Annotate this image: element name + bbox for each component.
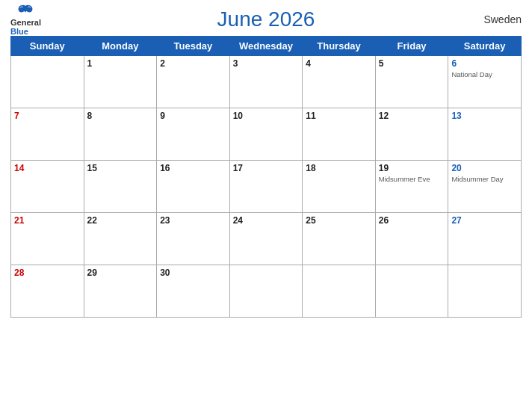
day-number: 20 [451, 163, 518, 173]
calendar-cell: 23 [157, 213, 230, 265]
holiday-label: Midsummer Day [451, 175, 518, 183]
logo-general-text: General [10, 18, 41, 27]
day-number: 19 [379, 163, 445, 173]
day-number: 8 [87, 111, 154, 121]
day-number: 18 [306, 163, 372, 173]
day-number: 25 [306, 215, 372, 226]
calendar-cell: 9 [157, 108, 230, 161]
calendar-cell: 10 [229, 108, 303, 161]
holiday-label: Midsummer Eve [379, 175, 445, 183]
calendar-cell: 16 [157, 161, 230, 213]
calendar-cell: 19Midsummer Eve [375, 161, 448, 213]
day-number: 27 [451, 215, 518, 226]
header-wednesday: Wednesday [229, 37, 303, 56]
logo-bird-icon [15, 3, 36, 18]
calendar-week-row: 78910111213 [11, 108, 522, 161]
calendar-container: General Blue June 2026 Sweden Sunday Mon… [0, 0, 532, 411]
day-number: 3 [233, 58, 300, 69]
day-number: 15 [87, 163, 154, 173]
day-number: 2 [160, 58, 226, 69]
calendar-cell: 11 [303, 108, 376, 161]
calendar-cell: 6National Day [448, 56, 522, 108]
header-monday: Monday [84, 37, 157, 56]
calendar-cell: 29 [84, 265, 157, 318]
calendar-cell: 28 [11, 265, 84, 318]
calendar-cell: 25 [303, 213, 376, 265]
day-number: 30 [160, 268, 226, 278]
day-number: 21 [14, 215, 81, 226]
calendar-cell: 27 [448, 213, 522, 265]
country-label: Sweden [483, 13, 522, 25]
calendar-table: Sunday Monday Tuesday Wednesday Thursday… [10, 36, 522, 318]
calendar-cell: 4 [303, 56, 376, 108]
day-number: 26 [379, 215, 445, 226]
calendar-week-row: 282930 [11, 265, 522, 318]
calendar-cell [448, 265, 522, 318]
day-number: 17 [233, 163, 300, 173]
calendar-cell [375, 265, 448, 318]
calendar-cell: 18 [303, 161, 376, 213]
calendar-cell: 12 [375, 108, 448, 161]
calendar-cell: 14 [11, 161, 84, 213]
day-number: 1 [87, 58, 154, 69]
calendar-cell: 3 [229, 56, 303, 108]
day-number: 23 [160, 215, 226, 226]
calendar-cell: 7 [11, 108, 84, 161]
calendar-cell: 26 [375, 213, 448, 265]
calendar-header: General Blue June 2026 Sweden [10, 7, 522, 31]
calendar-week-row: 21222324252627 [11, 213, 522, 265]
calendar-cell: 21 [11, 213, 84, 265]
day-number: 9 [160, 111, 226, 121]
calendar-cell: 1 [84, 56, 157, 108]
weekday-header-row: Sunday Monday Tuesday Wednesday Thursday… [11, 37, 522, 56]
day-number: 16 [160, 163, 226, 173]
calendar-cell [303, 265, 376, 318]
header-sunday: Sunday [11, 37, 84, 56]
header-friday: Friday [375, 37, 448, 56]
day-number: 24 [233, 215, 300, 226]
day-number: 22 [87, 215, 154, 226]
logo-blue-text: Blue [10, 27, 28, 36]
header-thursday: Thursday [303, 37, 376, 56]
calendar-cell: 22 [84, 213, 157, 265]
header-tuesday: Tuesday [157, 37, 230, 56]
holiday-label: National Day [451, 70, 518, 78]
calendar-week-row: 141516171819Midsummer Eve20Midsummer Day [11, 161, 522, 213]
calendar-cell: 15 [84, 161, 157, 213]
calendar-cell: 13 [448, 108, 522, 161]
day-number: 29 [87, 268, 154, 278]
calendar-cell: 30 [157, 265, 230, 318]
day-number: 28 [14, 268, 81, 278]
day-number: 13 [451, 111, 518, 121]
header-saturday: Saturday [448, 37, 522, 56]
day-number: 4 [306, 58, 372, 69]
calendar-cell: 24 [229, 213, 303, 265]
calendar-cell: 2 [157, 56, 230, 108]
calendar-week-row: 123456National Day [11, 56, 522, 108]
day-number: 7 [14, 111, 81, 121]
calendar-cell [229, 265, 303, 318]
calendar-cell: 5 [375, 56, 448, 108]
day-number: 14 [14, 163, 81, 173]
day-number: 12 [379, 111, 445, 121]
day-number: 5 [379, 58, 445, 69]
calendar-cell: 17 [229, 161, 303, 213]
calendar-cell: 8 [84, 108, 157, 161]
calendar-cell [11, 56, 84, 108]
day-number: 11 [306, 111, 372, 121]
calendar-title: June 2026 [217, 7, 315, 31]
calendar-cell: 20Midsummer Day [448, 161, 522, 213]
day-number: 10 [233, 111, 300, 121]
day-number: 6 [451, 58, 518, 69]
logo: General Blue [10, 3, 41, 36]
